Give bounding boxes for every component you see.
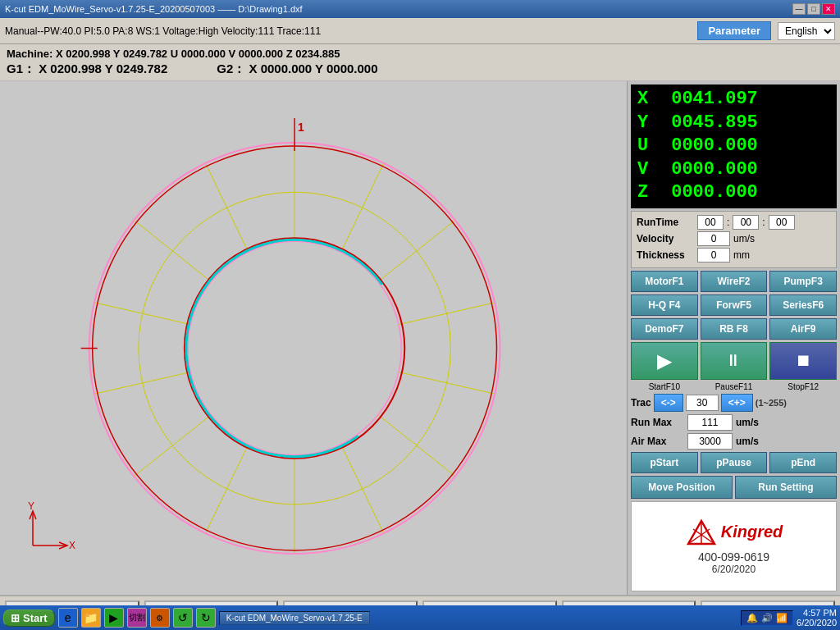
wire-f2-button[interactable]: WireF2 <box>701 271 768 292</box>
system-tray: 🔔 🔊 📶 <box>741 610 793 626</box>
tray-icon1: 🔔 <box>746 613 758 623</box>
close-button[interactable]: ✕ <box>822 3 835 15</box>
canvas-area <box>0 81 628 595</box>
toolbar-info: Manual--PW:40.0 PI:5.0 PA:8 WS:1 Voltage… <box>5 25 691 37</box>
trace-label: Trac <box>631 397 651 409</box>
title-bar: K-cut EDM_MoWire_Servo-v1.7.25-E_2020050… <box>0 0 840 18</box>
start-label: Start <box>23 612 48 624</box>
taskbar-icon-app1[interactable]: 切割 <box>127 608 147 628</box>
air-max-label: Air Max <box>631 436 684 447</box>
thickness-label: Thickness <box>637 249 694 261</box>
pend-button[interactable]: pEnd <box>769 452 837 473</box>
pause-button[interactable]: ⏸ <box>701 342 768 380</box>
taskbar-icon-app2[interactable]: ⚙ <box>150 608 170 628</box>
run-max-row: Run Max um/s <box>631 414 837 431</box>
brand-name: Kingred <box>721 523 783 541</box>
stop-button[interactable]: ⏹ <box>769 342 837 380</box>
transport-labels: StartF10 PauseF11 StopF12 <box>631 382 837 391</box>
taskbar-icon-folder[interactable]: 📁 <box>81 608 101 628</box>
pause-label: PauseF11 <box>701 382 768 391</box>
y-value: 0045.895 <box>671 112 758 133</box>
hq-f4-button[interactable]: H-Q F4 <box>631 294 698 316</box>
trace-range: (1~255) <box>756 398 787 408</box>
trace-input[interactable] <box>686 395 719 411</box>
runtime-label: RunTime <box>637 217 694 228</box>
run-max-label: Run Max <box>631 417 684 428</box>
app-taskbar-item[interactable]: K-cut EDM_MoWire_Servo-v1.7.25-E <box>219 611 370 625</box>
g1g2-coords: G1： X 0200.998 Y 0249.782 G2： X 0000.000… <box>7 62 833 77</box>
air-f9-button[interactable]: AirF9 <box>769 318 837 340</box>
maximize-button[interactable]: □ <box>807 3 820 15</box>
g2-label: G2： X 0000.000 Y 0000.000 <box>217 62 377 77</box>
right-panel: X 0041.097 Y 0045.895 U 0000.000 V 0000.… <box>628 81 840 595</box>
forw-f5-button[interactable]: ForwF5 <box>701 294 768 316</box>
start-button[interactable]: ▶ <box>631 342 698 380</box>
coordinate-header: Machine: X 0200.998 Y 0249.782 U 0000.00… <box>0 44 840 81</box>
z-value: 0000.000 <box>671 182 758 203</box>
u-value: 0000.000 <box>671 135 758 156</box>
trace-inc-button[interactable]: <+> <box>721 394 753 412</box>
language-select[interactable]: English 中文 <box>778 22 835 40</box>
trace-dec-button[interactable]: <-> <box>654 394 683 412</box>
logo-area: Kingred 400-099-0619 6/20/2020 <box>631 501 837 591</box>
start-button[interactable]: ⊞ Start <box>3 609 55 627</box>
demo-f7-button[interactable]: DemoF7 <box>631 318 698 340</box>
top-toolbar: Manual--PW:40.0 PI:5.0 PA:8 WS:1 Voltage… <box>0 18 840 44</box>
velocity-value[interactable] <box>697 231 730 246</box>
v-value: 0000.000 <box>671 159 758 180</box>
clock: 4:57 PM 6/20/2020 <box>797 608 837 628</box>
velocity-unit: um/s <box>733 233 755 244</box>
taskbar-icon-green1[interactable]: ↺ <box>173 608 193 628</box>
taskbar-icon-green2[interactable]: ↻ <box>196 608 216 628</box>
taskbar-icon-media[interactable]: ▶ <box>104 608 124 628</box>
kingred-logo-icon <box>685 518 718 547</box>
taskbar: ⊞ Start e 📁 ▶ 切割 ⚙ ↺ ↻ K-cut EDM_MoWire_… <box>0 605 840 630</box>
app-title: K-cut EDM_MoWire_Servo-v1.7.25-E_2020050… <box>5 4 303 14</box>
x-label: X <box>637 88 660 112</box>
clock-time: 4:57 PM <box>797 608 837 618</box>
run-max-unit: um/s <box>736 417 759 428</box>
pause-icon: ⏸ <box>725 351 742 370</box>
runtime-minutes[interactable] <box>733 215 759 230</box>
pump-f3-button[interactable]: PumpF3 <box>769 271 837 292</box>
transport-grid: ▶ ⏸ ⏹ <box>631 342 837 380</box>
window-controls: — □ ✕ <box>792 3 835 15</box>
phone-number: 400-099-0619 <box>698 550 769 564</box>
machine-coords: Machine: X 0200.998 Y 0249.782 U 0000.00… <box>7 48 833 60</box>
runtime-seconds[interactable] <box>769 215 795 230</box>
pstart-button[interactable]: pStart <box>631 452 698 473</box>
rb-f8-button[interactable]: RB F8 <box>701 318 768 340</box>
play-icon: ▶ <box>657 349 672 372</box>
v-label: V <box>637 158 660 182</box>
trace-row: Trac <-> <+> (1~255) <box>631 394 837 412</box>
mv-buttons-grid: Move Position Run Setting <box>631 476 837 499</box>
taskbar-icon-ie[interactable]: e <box>58 608 78 628</box>
runtime-section: RunTime : : Velocity um/s Thickness mm <box>631 211 837 268</box>
thickness-value[interactable] <box>697 248 730 262</box>
parameter-button[interactable]: Parameter <box>697 21 771 40</box>
run-setting-button[interactable]: Run Setting <box>735 476 837 499</box>
air-max-unit: um/s <box>736 436 759 447</box>
runtime-hours[interactable] <box>697 215 724 230</box>
xy-readout: X 0041.097 Y 0045.895 U 0000.000 V 0000.… <box>631 84 837 208</box>
run-max-input[interactable] <box>687 414 733 431</box>
u-label: U <box>637 135 660 158</box>
tray-icon3: 📶 <box>776 613 788 623</box>
thickness-unit: mm <box>733 249 750 261</box>
g1-label: G1： X 0200.998 Y 0249.782 <box>7 62 167 77</box>
air-max-input[interactable] <box>687 433 733 450</box>
z-label: Z <box>637 181 660 205</box>
move-position-button[interactable]: Move Position <box>631 476 733 499</box>
drawing-canvas[interactable] <box>0 81 627 595</box>
air-max-row: Air Max um/s <box>631 433 837 450</box>
velocity-label: Velocity <box>637 233 694 244</box>
ppause-button[interactable]: pPause <box>701 452 768 473</box>
minimize-button[interactable]: — <box>792 3 806 15</box>
clock-date: 6/20/2020 <box>797 618 837 628</box>
p-buttons-grid: pStart pPause pEnd <box>631 452 837 473</box>
fn-buttons-grid: MotorF1 WireF2 PumpF3 H-Q F4 ForwF5 Seri… <box>631 271 837 340</box>
taskbar-right: 🔔 🔊 📶 4:57 PM 6/20/2020 <box>741 608 837 628</box>
motor-f1-button[interactable]: MotorF1 <box>631 271 698 292</box>
series-f6-button[interactable]: SeriesF6 <box>769 294 837 316</box>
start-label: StartF10 <box>631 382 698 391</box>
